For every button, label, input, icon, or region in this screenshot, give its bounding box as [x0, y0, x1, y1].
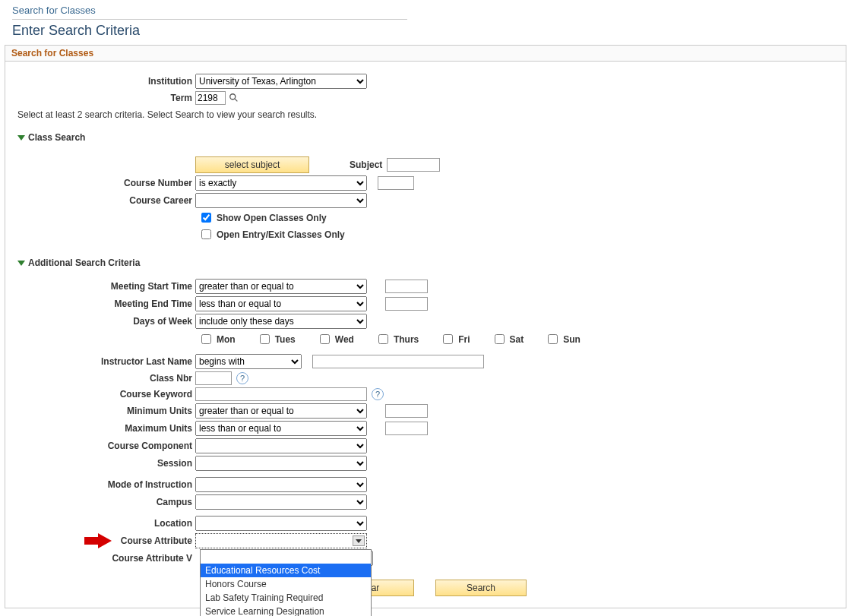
term-label: Term	[11, 93, 195, 103]
attribute-option-honors[interactable]: Honors Course	[201, 577, 371, 591]
course-component-select[interactable]	[195, 438, 367, 453]
min-units-input[interactable]	[385, 404, 428, 418]
days-of-week-label: Days of Week	[11, 316, 195, 327]
sun-label: Sun	[563, 334, 581, 345]
course-number-label: Course Number	[11, 178, 195, 188]
meeting-end-input[interactable]	[385, 297, 428, 311]
attribute-option-blank[interactable]	[201, 550, 371, 564]
thu-label: Thurs	[394, 334, 419, 345]
meeting-end-label: Meeting End Time	[11, 299, 195, 309]
course-component-label: Course Component	[11, 441, 195, 451]
meeting-end-op-select[interactable]: less than or equal to	[195, 296, 367, 311]
class-search-title: Class Search	[28, 132, 85, 143]
wed-label: Wed	[335, 334, 354, 345]
instructor-op-select[interactable]: begins with	[195, 354, 302, 369]
meeting-start-input[interactable]	[385, 280, 428, 293]
min-units-label: Minimum Units	[11, 406, 195, 416]
course-number-op-select[interactable]: is exactly	[195, 175, 367, 191]
instruction-text: Select at least 2 search criteria. Selec…	[17, 109, 840, 120]
class-search-header[interactable]: Class Search	[17, 132, 840, 143]
show-open-checkbox[interactable]	[201, 213, 211, 223]
mon-label: Mon	[217, 334, 236, 345]
additional-search-header[interactable]: Additional Search Criteria	[17, 257, 840, 268]
class-nbr-label: Class Nbr	[11, 373, 195, 384]
sun-checkbox[interactable]	[548, 334, 558, 344]
lookup-icon[interactable]	[229, 93, 239, 103]
course-attribute-options-list: Educational Resources Cost Honors Course…	[200, 549, 372, 616]
chevron-down-icon	[353, 535, 365, 546]
mode-of-instruction-label: Mode of Instruction	[11, 479, 195, 490]
collapse-icon	[17, 261, 25, 266]
subject-label: Subject	[350, 160, 382, 170]
red-arrow-annotation	[84, 532, 115, 549]
attribute-option-edu-cost[interactable]: Educational Resources Cost	[201, 564, 371, 577]
course-number-input[interactable]	[378, 176, 414, 190]
sat-label: Sat	[510, 334, 524, 345]
instructor-name-input[interactable]	[312, 355, 484, 368]
session-label: Session	[11, 458, 195, 469]
meeting-start-op-select[interactable]: greater than or equal to	[195, 279, 367, 294]
instructor-last-name-label: Instructor Last Name	[11, 356, 195, 367]
max-units-label: Maximum Units	[11, 423, 195, 434]
institution-label: Institution	[11, 76, 195, 87]
page-title: Enter Search Criteria	[0, 20, 851, 45]
meeting-start-label: Meeting Start Time	[11, 281, 195, 292]
open-entry-label: Open Entry/Exit Classes Only	[217, 229, 345, 240]
svg-line-1	[235, 99, 238, 102]
campus-select[interactable]	[195, 494, 367, 510]
days-op-select[interactable]: include only these days	[195, 314, 367, 329]
campus-label: Campus	[11, 497, 195, 507]
tue-label: Tues	[275, 334, 296, 345]
course-keyword-label: Course Keyword	[11, 389, 195, 400]
course-attribute-value-label: Course Attribute V	[11, 553, 195, 564]
location-label: Location	[11, 518, 195, 529]
fri-checkbox[interactable]	[443, 334, 453, 344]
institution-select[interactable]: University of Texas, Arlington	[195, 74, 367, 89]
additional-search-title: Additional Search Criteria	[28, 257, 140, 268]
term-input[interactable]	[195, 91, 226, 105]
attribute-option-lab-safety[interactable]: Lab Safety Training Required	[201, 591, 371, 605]
mon-checkbox[interactable]	[201, 334, 211, 344]
mode-select[interactable]	[195, 477, 367, 492]
days-checkboxes: Mon Tues Wed Thurs Fri Sat Sun	[198, 332, 840, 346]
min-units-op-select[interactable]: greater than or equal to	[195, 403, 367, 419]
search-panel: Institution University of Texas, Arlingt…	[5, 62, 846, 608]
course-attribute-select[interactable]	[195, 533, 367, 548]
sat-checkbox[interactable]	[495, 334, 505, 344]
course-career-label: Course Career	[11, 195, 195, 206]
thu-checkbox[interactable]	[378, 334, 388, 344]
course-keyword-input[interactable]	[195, 387, 367, 401]
collapse-icon	[17, 135, 25, 141]
open-entry-checkbox[interactable]	[201, 229, 211, 239]
course-career-select[interactable]	[195, 193, 367, 208]
wed-checkbox[interactable]	[320, 334, 330, 344]
fri-label: Fri	[458, 334, 470, 345]
section-header: Search for Classes	[5, 45, 846, 62]
max-units-op-select[interactable]: less than or equal to	[195, 421, 367, 436]
tue-checkbox[interactable]	[260, 334, 270, 344]
select-subject-button[interactable]: select subject	[195, 156, 309, 173]
max-units-input[interactable]	[385, 422, 428, 435]
class-nbr-input[interactable]	[195, 371, 232, 385]
help-icon[interactable]: ?	[236, 372, 248, 384]
subject-input[interactable]	[387, 158, 440, 172]
location-select[interactable]	[195, 516, 367, 531]
breadcrumb-title: Search for Classes	[0, 0, 851, 19]
show-open-label: Show Open Classes Only	[217, 213, 327, 223]
session-select[interactable]	[195, 456, 367, 471]
attribute-option-service-learning[interactable]: Service Learning Designation	[201, 605, 371, 616]
svg-point-0	[230, 94, 236, 100]
help-icon[interactable]: ?	[372, 388, 384, 400]
search-button[interactable]: Search	[435, 580, 527, 596]
